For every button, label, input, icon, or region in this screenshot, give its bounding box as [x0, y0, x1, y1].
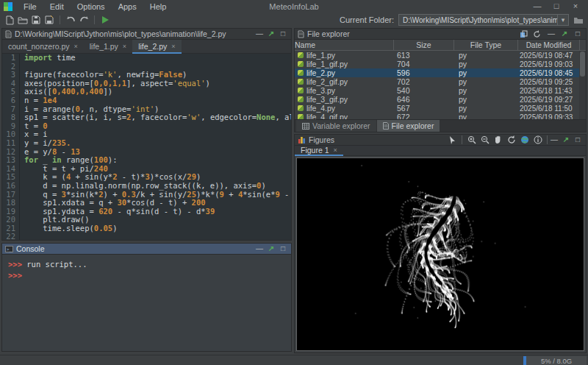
file-explorer-title-bar[interactable]: File explorer — ↗ □ — [295, 29, 586, 40]
console-minimize-icon[interactable]: — — [254, 244, 265, 254]
column-header-date-modified[interactable]: Date Modified — [518, 40, 580, 50]
editor-tab-life_1.py[interactable]: life_1.py× — [84, 40, 132, 53]
file-explorer-maximize-icon[interactable]: □ — [573, 29, 583, 39]
explorer-tab-bar: Variable explorerFile explorer — [295, 119, 586, 132]
file-table-header: NameSizeFile TypeDate Modified — [295, 40, 586, 51]
column-header-name[interactable]: Name — [295, 40, 394, 50]
figure-tab-figure-1[interactable]: Figure 1× — [295, 146, 343, 155]
figure-1-plot[interactable] — [296, 157, 584, 351]
editor-tab-life_2.py[interactable]: life_2.py× — [132, 40, 181, 53]
editor-minimize-icon[interactable]: — — [254, 29, 265, 39]
undo-icon[interactable] — [64, 14, 77, 26]
tab-variable-explorer[interactable]: Variable explorer — [296, 120, 376, 132]
figures-title-bar[interactable]: Figures — [295, 135, 586, 146]
current-folder-label: Current Folder: — [340, 15, 394, 24]
editor-title: D:\Working\MIScript\Jython\mis\plot_type… — [15, 29, 226, 38]
close-tab-icon[interactable]: × — [334, 146, 337, 154]
py-file-icon — [298, 105, 304, 111]
memory-usage-text: 5% / 8.0G — [526, 357, 587, 365]
run-script-icon[interactable] — [98, 14, 112, 26]
open-file-icon[interactable] — [16, 14, 29, 26]
figure-tab-bar: Figure 1× — [295, 146, 586, 156]
menu-help[interactable]: Help — [143, 0, 173, 13]
file-row-life_4.py[interactable]: life_4.py567py2025/6/18 11:50 — [295, 104, 586, 113]
menu-apps[interactable]: Apps — [112, 0, 143, 13]
py-file-icon — [298, 96, 304, 102]
file-row-life_1_gif.py[interactable]: life_1_gif.py704py2025/6/19 09:03 — [295, 60, 586, 68]
editor-tab-count_nonzero.py[interactable]: count_nonzero.py× — [2, 40, 84, 53]
redo-icon[interactable] — [77, 14, 90, 26]
close-tab-icon[interactable]: × — [123, 43, 126, 50]
figures-maximize-icon[interactable]: □ — [573, 135, 583, 145]
menu-bar: FileEditOptionsAppsHelp MeteoInfoLab — □… — [0, 0, 588, 13]
meteoinfolab-window: FileEditOptionsAppsHelp MeteoInfoLab — □… — [0, 0, 588, 365]
menu-edit[interactable]: Edit — [43, 0, 71, 13]
py-file-icon — [298, 70, 304, 76]
figures-title: Figures — [309, 135, 334, 144]
console-icon: >_ — [5, 246, 13, 252]
file-explorer-undock-icon[interactable]: ↗ — [559, 29, 570, 39]
file-row-life_1.py[interactable]: life_1.py613py2025/6/19 08:47 — [295, 51, 586, 60]
console-undock-icon[interactable]: ↗ — [266, 244, 276, 254]
menu-items: FileEditOptionsAppsHelp — [17, 0, 173, 13]
code-editor[interactable]: 1import time2 3figure(facecolor='k', new… — [2, 54, 291, 240]
file-row-life_2_gif.py[interactable]: life_2_gif.py702py2025/6/19 09:25 — [295, 77, 586, 86]
py-file-icon — [298, 114, 304, 119]
file-explorer-icon — [298, 30, 304, 38]
console-panel: >_ Console — ↗ □ >>> run script...>>> — [1, 243, 292, 352]
copy-path-icon[interactable] — [520, 30, 530, 38]
file-row-life_4_gif.py[interactable]: life_4_gif.py672py2025/6/19 09:33 — [295, 113, 586, 119]
window-maximize-button[interactable]: □ — [547, 0, 566, 13]
refresh-icon[interactable] — [533, 30, 543, 38]
editor-maximize-icon[interactable]: □ — [278, 29, 288, 39]
status-bar: 5% / 8.0G — [0, 355, 588, 365]
browse-folder-icon[interactable] — [572, 14, 585, 26]
current-folder-group: Current Folder: D:\Working\MIScript\Jyth… — [340, 14, 585, 26]
save-as-icon[interactable] — [43, 14, 56, 26]
figures-minimize-icon[interactable]: — — [549, 135, 559, 145]
file-table-scrollbar[interactable] — [579, 51, 586, 119]
window-close-button[interactable]: × — [566, 0, 585, 13]
current-folder-combobox[interactable]: D:\Working\MIScript\Jython\mis\plot_type… — [398, 14, 569, 26]
identify-info-icon[interactable] — [532, 135, 543, 145]
file-explorer-title: File explorer — [307, 29, 350, 38]
file-row-life_2.py[interactable]: life_2.py596py2025/6/19 08:45 — [295, 68, 586, 77]
zoom-out-icon[interactable] — [479, 135, 490, 145]
menu-file[interactable]: File — [17, 0, 43, 13]
tab-file-explorer[interactable]: File explorer — [377, 120, 440, 132]
zoom-in-icon[interactable] — [466, 135, 477, 145]
console-title: Console — [16, 244, 45, 253]
code-line: 22 — [2, 233, 291, 240]
rotate-icon[interactable] — [506, 135, 517, 145]
file-row-life_3.py[interactable]: life_3.py540py2025/6/18 11:43 — [295, 86, 586, 95]
code-line: 1import time — [2, 54, 291, 63]
py-file-icon — [298, 52, 304, 58]
editor-undock-icon[interactable]: ↗ — [266, 29, 276, 39]
console-output[interactable]: >>> run script...>>> — [2, 255, 291, 351]
figure-canvas-area — [295, 156, 586, 352]
new-file-icon[interactable] — [3, 14, 16, 26]
console-title-bar[interactable]: >_ Console — ↗ □ — [2, 244, 291, 255]
menu-options[interactable]: Options — [71, 0, 112, 13]
console-maximize-icon[interactable]: □ — [278, 244, 288, 254]
full-extent-globe-icon[interactable] — [519, 135, 530, 145]
chevron-down-icon[interactable]: ▾ — [557, 15, 568, 25]
py-file-icon — [298, 88, 304, 93]
file-explorer-panel: File explorer — ↗ □ NameSizeFile TypeDat… — [294, 28, 587, 132]
editor-title-bar[interactable]: D:\Working\MIScript\Jython\mis\plot_type… — [2, 29, 291, 40]
figures-undock-icon[interactable]: ↗ — [561, 135, 571, 145]
select-cursor-icon[interactable] — [447, 135, 458, 145]
file-explorer-minimize-icon[interactable]: — — [546, 29, 556, 39]
page-icon — [383, 122, 389, 130]
save-icon[interactable] — [29, 14, 43, 26]
close-tab-icon[interactable]: × — [74, 43, 77, 50]
console-line: >>> — [8, 270, 291, 281]
close-tab-icon[interactable]: × — [171, 43, 175, 50]
app-logo-icon — [4, 2, 12, 11]
column-header-size[interactable]: Size — [394, 40, 454, 50]
pan-hand-icon[interactable] — [492, 135, 503, 145]
column-header-file-type[interactable]: File Type — [454, 40, 518, 50]
window-minimize-button[interactable]: — — [528, 0, 547, 13]
file-row-life_3_gif.py[interactable]: life_3_gif.py646py2025/6/19 09:27 — [295, 95, 586, 104]
py-file-icon — [298, 79, 304, 85]
